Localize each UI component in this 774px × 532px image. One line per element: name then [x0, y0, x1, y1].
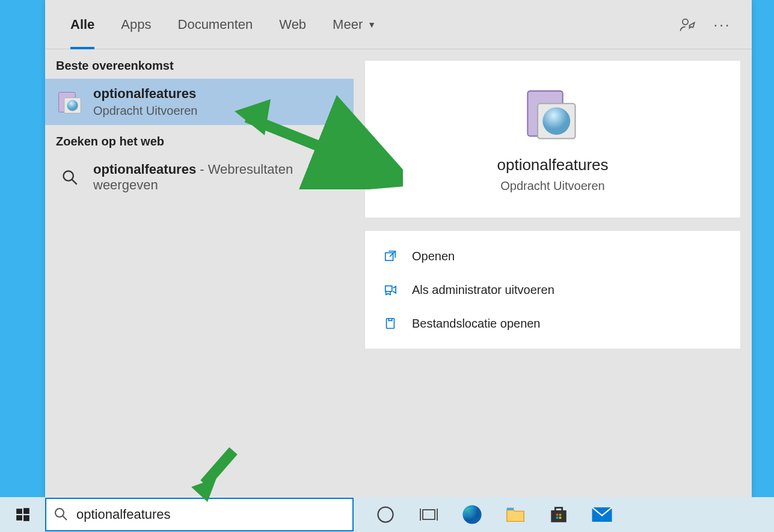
action-open[interactable]: Openen — [365, 239, 740, 273]
svg-line-5 — [72, 180, 77, 185]
tab-more[interactable]: Meer ▼ — [319, 1, 389, 49]
store-icon[interactable] — [547, 503, 570, 526]
taskbar-searchbox[interactable] — [45, 498, 354, 531]
open-location-icon — [382, 315, 399, 332]
result-web-search[interactable]: optionalfeatures - Webresultaten weergev… — [45, 154, 354, 200]
tab-all[interactable]: Alle — [57, 1, 108, 49]
svg-point-8 — [542, 107, 570, 135]
svg-line-17 — [63, 516, 67, 520]
detail-pane: optionalfeatures Opdracht Uitvoeren Open… — [354, 49, 752, 497]
svg-rect-28 — [559, 517, 562, 519]
svg-point-16 — [55, 509, 64, 517]
svg-point-18 — [378, 507, 393, 522]
action-run-admin-label: Als administrator uitvoeren — [412, 283, 554, 297]
svg-point-3 — [67, 100, 78, 111]
task-view-icon[interactable] — [417, 503, 440, 526]
svg-rect-12 — [16, 509, 22, 514]
action-open-label: Openen — [412, 249, 455, 263]
installer-icon — [56, 88, 84, 116]
options-icon[interactable]: ··· — [705, 7, 740, 42]
tab-apps-label: Apps — [121, 17, 151, 32]
tab-web-label: Web — [279, 17, 306, 32]
detail-title: optionalfeatures — [497, 156, 608, 174]
action-open-location[interactable]: Bestandslocatie openen — [365, 307, 740, 340]
results-pane: Beste overeenkomst optionalfeatures Opdr… — [45, 49, 354, 497]
svg-rect-23 — [507, 508, 514, 510]
cortana-icon[interactable] — [374, 503, 397, 526]
file-explorer-icon[interactable] — [504, 503, 527, 526]
chevron-right-icon: › — [327, 170, 343, 185]
svg-rect-19 — [423, 510, 435, 519]
svg-rect-26 — [559, 514, 562, 516]
mail-icon[interactable] — [591, 503, 613, 526]
open-icon — [382, 248, 399, 264]
svg-rect-27 — [556, 517, 559, 519]
tab-all-label: Alle — [70, 17, 94, 32]
svg-point-4 — [64, 171, 73, 181]
search-icon — [56, 164, 84, 191]
edge-icon[interactable] — [461, 503, 484, 526]
search-tabs: Alle Apps Documenten Web Meer ▼ ··· — [45, 0, 752, 49]
section-best-match: Beste overeenkomst — [45, 49, 354, 79]
svg-rect-10 — [385, 286, 392, 292]
svg-point-0 — [683, 19, 688, 24]
result-title: optionalfeatures — [93, 86, 343, 102]
tab-apps[interactable]: Apps — [108, 1, 164, 49]
section-web-search: Zoeken op het web — [45, 125, 354, 154]
result-best-match[interactable]: optionalfeatures Opdracht Uitvoeren — [45, 79, 354, 125]
svg-rect-25 — [556, 514, 559, 516]
search-flyout: Alle Apps Documenten Web Meer ▼ ··· Best… — [45, 0, 752, 497]
action-run-admin[interactable]: Als administrator uitvoeren — [365, 273, 740, 307]
svg-rect-11 — [387, 319, 395, 329]
tab-more-label: Meer — [333, 17, 363, 32]
svg-rect-24 — [551, 510, 567, 522]
svg-rect-13 — [23, 508, 29, 514]
result-subtitle: Opdracht Uitvoeren — [93, 104, 343, 118]
search-input[interactable] — [76, 507, 352, 522]
search-icon — [54, 507, 69, 522]
detail-card: optionalfeatures Opdracht Uitvoeren — [364, 60, 741, 218]
feedback-icon[interactable] — [670, 7, 705, 42]
installer-icon — [523, 86, 583, 146]
tab-web[interactable]: Web — [266, 1, 319, 49]
action-open-location-label: Bestandslocatie openen — [412, 317, 541, 331]
tab-documents-label: Documenten — [178, 17, 253, 32]
tab-documents[interactable]: Documenten — [165, 1, 266, 49]
web-result-bold: optionalfeatures — [93, 162, 196, 177]
svg-rect-14 — [16, 515, 22, 521]
svg-rect-15 — [23, 515, 29, 521]
detail-actions: Openen Als administrator uitvoeren Besta… — [364, 230, 741, 349]
start-button[interactable] — [0, 497, 45, 532]
run-as-admin-icon — [382, 281, 399, 298]
taskbar — [0, 497, 774, 532]
detail-subtitle: Opdracht Uitvoeren — [500, 179, 604, 193]
chevron-down-icon: ▼ — [367, 20, 376, 29]
